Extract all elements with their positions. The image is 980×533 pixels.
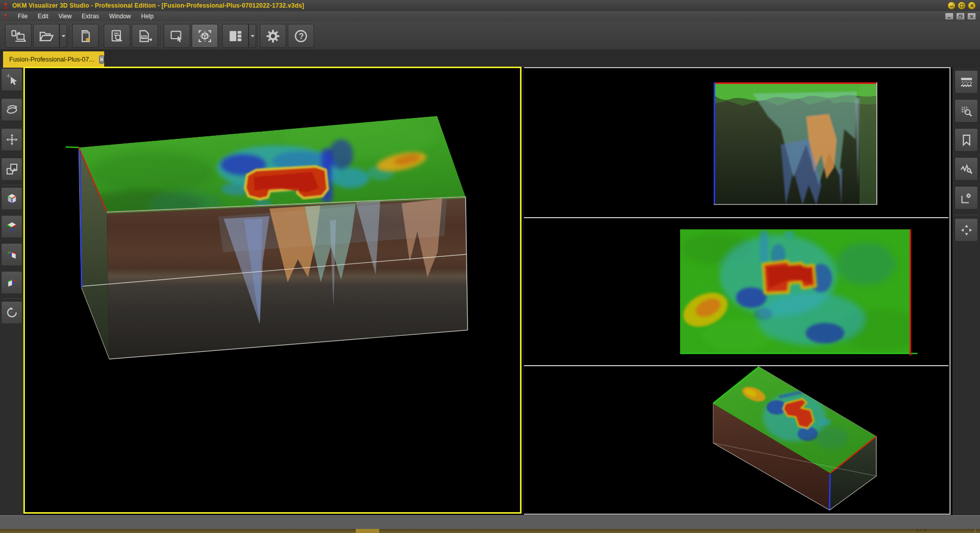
- rotate-reset-icon: [5, 306, 19, 319]
- taskbar-separator: [975, 529, 975, 533]
- right-tool-rail: [953, 68, 980, 515]
- view-3d-perspective-button[interactable]: [1, 187, 22, 210]
- isometric-viewport-cell: [524, 366, 948, 513]
- status-bar: [0, 515, 980, 529]
- perspective-3d-view[interactable]: [25, 68, 520, 512]
- main-toolbar: PDF: [0, 21, 980, 50]
- import-data-button[interactable]: [5, 24, 32, 48]
- okm-visualizer-window: OKM Visualizer 3D Studio - Professional …: [0, 0, 980, 533]
- axis-front-view-icon: [5, 276, 19, 289]
- bookmarks-button[interactable]: [955, 128, 978, 152]
- top-down-heatmap-view[interactable]: [524, 218, 948, 365]
- reset-rotation-button[interactable]: [1, 301, 22, 324]
- title-bar: OKM Visualizer 3D Studio - Professional …: [0, 0, 980, 12]
- help-icon: ?: [293, 28, 309, 44]
- svg-text:?: ?: [299, 32, 304, 40]
- scan-preview-button[interactable]: [104, 24, 130, 48]
- mdi-close-button[interactable]: [967, 13, 976, 20]
- move-arrows-icon: [5, 133, 19, 146]
- gear-icon: [265, 28, 281, 44]
- taskbar-highlight-segment: [356, 529, 379, 533]
- window-minimize-button[interactable]: [947, 2, 956, 10]
- isometric-3d-view[interactable]: [524, 366, 948, 513]
- view-layout-button[interactable]: [222, 24, 249, 48]
- resize-icon: [5, 162, 19, 176]
- main-viewport-frame: [23, 67, 522, 514]
- window-minimize-icon: [950, 4, 954, 8]
- axis-top-view-icon: [5, 220, 19, 233]
- window-restore-icon: [958, 14, 963, 19]
- grid-magnifier-icon: [960, 104, 973, 118]
- tab-label: Fusion-Professional-Plus-07...: [9, 56, 94, 63]
- view-front-button[interactable]: [1, 271, 22, 294]
- save-scan-button[interactable]: [72, 24, 99, 48]
- report-search-icon: [109, 28, 125, 44]
- menu-file[interactable]: File: [13, 12, 33, 21]
- view-top-button[interactable]: [1, 215, 22, 238]
- left-tool-rail: [0, 68, 23, 515]
- help-button[interactable]: ?: [288, 24, 314, 48]
- folder-open-icon: [39, 28, 54, 44]
- top-down-viewport-cell: [524, 218, 948, 366]
- tab-fusion-professional-plus[interactable]: Fusion-Professional-Plus-07...: [3, 51, 104, 68]
- select-pointer-button[interactable]: [1, 68, 22, 91]
- scale-view-button[interactable]: [1, 158, 22, 181]
- move-view-button[interactable]: [1, 128, 22, 151]
- menu-extras[interactable]: Extras: [77, 12, 104, 21]
- orbit-rotate-icon: [5, 103, 19, 116]
- view-side-button[interactable]: [1, 243, 22, 266]
- taskbar-strip: 17:4: [0, 529, 980, 533]
- pointer-crosshair-icon: [5, 73, 19, 86]
- settings-button[interactable]: [260, 24, 286, 48]
- menu-bar: File Edit View Extras Window Help: [0, 11, 980, 22]
- window-maximize-icon: [960, 4, 964, 8]
- pan-views-button[interactable]: [955, 218, 978, 242]
- signal-analysis-button[interactable]: [955, 157, 978, 181]
- cube-axes-icon: [5, 192, 19, 205]
- menu-help[interactable]: Help: [136, 12, 159, 21]
- window-close-button[interactable]: [968, 2, 976, 10]
- grid-search-button[interactable]: [955, 99, 978, 123]
- export-pdf-button[interactable]: PDF: [132, 24, 158, 48]
- tablet-touch-icon: [169, 28, 185, 44]
- svg-text:PDF: PDF: [142, 36, 148, 39]
- touch-input-button[interactable]: [164, 24, 190, 48]
- menu-window[interactable]: Window: [104, 12, 136, 21]
- cube-focus-icon: [197, 28, 212, 44]
- okm-logo-icon: [2, 2, 9, 9]
- aux-viewport-panel: [524, 67, 951, 515]
- import-icon: [11, 28, 26, 44]
- center-3d-view-button[interactable]: [192, 24, 218, 48]
- view-settings-button[interactable]: [955, 186, 978, 210]
- memory-card-icon: [78, 28, 93, 44]
- document-tab-bar: Fusion-Professional-Plus-07...: [0, 49, 980, 68]
- menu-edit[interactable]: Edit: [33, 12, 53, 21]
- tab-close-button[interactable]: [99, 55, 104, 64]
- signal-wrench-icon: [960, 162, 973, 176]
- rotate-orbit-button[interactable]: [1, 98, 22, 121]
- ground-layers-button[interactable]: [955, 70, 978, 94]
- taskbar-clock: 17:4: [916, 529, 927, 532]
- window-maximize-button[interactable]: [958, 2, 966, 10]
- open-file-dropdown[interactable]: [59, 24, 67, 48]
- bookmark-icon: [960, 133, 973, 147]
- close-icon: [100, 57, 104, 62]
- window-title: OKM Visualizer 3D Studio - Professional …: [12, 2, 304, 9]
- window-close-icon: [969, 14, 974, 19]
- window-minimize-icon: [947, 14, 952, 19]
- window-close-icon: [970, 4, 974, 8]
- mdi-minimize-button[interactable]: [945, 13, 954, 20]
- menu-view[interactable]: View: [53, 12, 77, 21]
- cross-section-viewport-cell: [524, 68, 948, 218]
- mdi-restore-button[interactable]: [956, 13, 965, 20]
- layout-panels-icon: [228, 28, 243, 44]
- front-cross-section-view[interactable]: [524, 68, 948, 217]
- soil-layers-icon: [960, 75, 973, 89]
- pdf-export-icon: PDF: [137, 28, 152, 44]
- frame-gear-icon: [960, 191, 973, 205]
- axis-side-view-icon: [5, 248, 19, 261]
- pan-arrows-icon: [960, 223, 973, 237]
- view-layout-dropdown[interactable]: [249, 24, 256, 48]
- open-file-button[interactable]: [33, 24, 59, 48]
- document-app-icon: [3, 13, 9, 19]
